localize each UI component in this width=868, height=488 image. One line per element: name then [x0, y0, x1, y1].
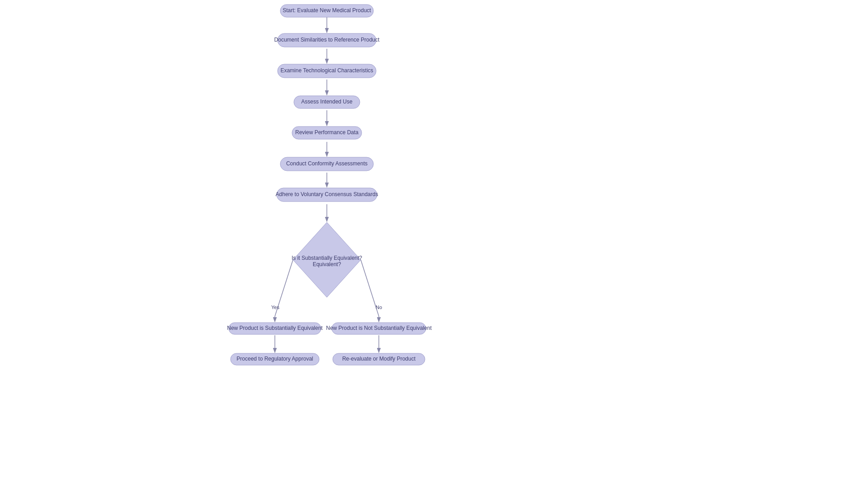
conduct-label: Conduct Conformity Assessments [286, 160, 368, 167]
decision-label-2: Equivalent? [313, 261, 341, 267]
equivalent-label: New Product is Substantially Equivalent [227, 325, 323, 331]
flowchart-container: Start: Evaluate New Medical Product Docu… [0, 0, 868, 488]
no-label: No [376, 305, 382, 310]
adhere-label: Adhere to Voluntary Consensus Standards [276, 191, 378, 197]
decision-label: Is it Substantially Equivalent? [292, 255, 362, 261]
proceed-label: Proceed to Regulatory Approval [236, 356, 313, 362]
not-equivalent-label: New Product is Not Substantially Equival… [326, 325, 432, 331]
assess-label: Assess Intended Use [301, 99, 353, 105]
yes-label: Yes [271, 305, 279, 310]
review-label: Review Performance Data [295, 129, 359, 136]
start-label: Start: Evaluate New Medical Product [283, 7, 371, 14]
reevaluate-label: Re-evaluate or Modify Product [342, 356, 416, 362]
examine-label: Examine Technological Characteristics [280, 67, 373, 74]
document-label: Document Similarities to Reference Produ… [274, 37, 380, 43]
